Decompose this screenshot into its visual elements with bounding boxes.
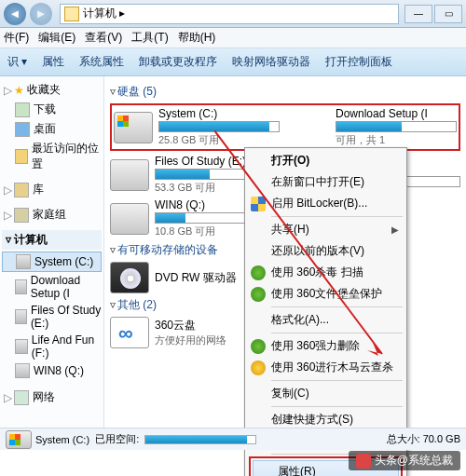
drive-icon — [15, 309, 27, 324]
ctx-bitlocker[interactable]: 启用 BitLocker(B)... — [247, 193, 404, 214]
status-drive-label: System (C:) — [35, 434, 89, 445]
menu-view[interactable]: 查看(V) — [85, 30, 122, 46]
sidebar-network[interactable]: ▷网络 — [2, 388, 102, 407]
status-drive-icon — [6, 430, 32, 449]
menu-bar: 件(F) 编辑(E) 查看(V) 工具(T) 帮助(H) — [0, 28, 466, 48]
sidebar-drive-life[interactable]: Life And Fun (F:) — [2, 332, 102, 361]
sidebar-item-recent[interactable]: 最近访问的位置 — [2, 139, 102, 174]
drive-icon — [15, 339, 28, 354]
nav-sidebar: ▷★收藏夹 下载 桌面 最近访问的位置 ▷库 ▷家庭组 ▿ 计算机 System… — [0, 76, 104, 449]
360-green-icon — [251, 287, 266, 302]
ctx-separator — [271, 380, 403, 381]
breadcrumb-text: 计算机 ▸ — [83, 6, 125, 21]
toolbar-uninstall[interactable]: 卸载或更改程序 — [139, 54, 217, 70]
drive-download-capacity-bar — [336, 121, 457, 132]
toolbar-properties[interactable]: 属性 — [42, 54, 64, 70]
sidebar-favorites[interactable]: ▷★收藏夹 — [2, 80, 102, 100]
ctx-open-new-window[interactable]: 在新窗口中打开(E) — [247, 171, 404, 193]
watermark: 头条@系统总裁 — [349, 451, 460, 470]
ctx-360-vault[interactable]: 使用 360文件堡垒保护 — [247, 283, 404, 305]
drive-download-subtext: 可用，共 1 — [336, 133, 385, 147]
360-green-icon — [251, 339, 266, 354]
ctx-separator — [271, 306, 403, 307]
drive-e-icon — [110, 159, 149, 191]
drive-download-label: Download Setup (I — [336, 107, 428, 120]
address-breadcrumb[interactable]: 计算机 ▸ — [60, 4, 399, 24]
drive-c-subtext: 25.8 GB 可用 — [158, 133, 280, 147]
ctx-restore-versions[interactable]: 还原以前的版本(V) — [247, 240, 404, 262]
status-used-label: 已用空间: — [95, 432, 139, 446]
network-icon — [14, 390, 29, 405]
status-bar: System (C:) 已用空间: 总大小: 70.0 GB — [0, 428, 466, 450]
drive-c-label: System (C:) — [158, 107, 280, 120]
ctx-360-trojan[interactable]: 使用 360进行木马云查杀 — [247, 357, 404, 378]
menu-help[interactable]: 帮助(H) — [178, 30, 216, 46]
computer-icon — [64, 7, 79, 21]
ctx-open[interactable]: 打开(O) — [247, 150, 404, 171]
drive-q-icon — [110, 203, 149, 235]
sidebar-homegroup[interactable]: ▷家庭组 — [2, 205, 102, 224]
drive-c-icon — [114, 112, 153, 143]
section-hdd[interactable]: ▿硬盘 (5) — [110, 84, 460, 100]
ctx-separator — [271, 216, 403, 217]
ctx-360-forcedelete[interactable]: 使用 360强力删除 — [247, 335, 404, 357]
desktop-icon — [15, 122, 30, 137]
ctx-share[interactable]: 共享(H)▶ — [247, 219, 404, 240]
toolbar-control-panel[interactable]: 打开控制面板 — [325, 54, 392, 70]
toolbar-organize[interactable]: 识 ▾ — [7, 54, 27, 70]
shield-icon — [251, 197, 266, 211]
sidebar-libraries[interactable]: ▷库 — [2, 180, 102, 199]
drive-c-row[interactable]: System (C:) 25.8 GB 可用 Download Setup (I… — [110, 103, 460, 151]
cloud-icon — [110, 317, 149, 348]
nav-forward-button[interactable]: ► — [30, 3, 52, 25]
recent-icon — [15, 149, 28, 164]
sidebar-drive-c[interactable]: System (C:) — [2, 252, 102, 272]
menu-tools[interactable]: 工具(T) — [131, 30, 168, 46]
ctx-separator — [271, 333, 403, 333]
drive-icon — [15, 279, 27, 294]
menu-file[interactable]: 件(F) — [4, 30, 29, 46]
sidebar-drive-win8[interactable]: WIN8 (Q:) — [2, 361, 102, 380]
sidebar-item-desktop[interactable]: 桌面 — [2, 119, 102, 139]
minimize-button[interactable]: — — [404, 5, 432, 23]
maximize-button[interactable]: ▭ — [434, 5, 462, 23]
ctx-copy[interactable]: 复制(C) — [247, 383, 404, 404]
toolbar-map-netdrive[interactable]: 映射网络驱动器 — [232, 54, 310, 70]
download-icon — [15, 102, 30, 117]
360-yellow-icon — [251, 360, 266, 375]
homegroup-icon — [14, 208, 29, 223]
drive-icon — [16, 254, 31, 269]
status-capacity-bar — [144, 435, 256, 444]
sidebar-computer-header[interactable]: ▿ 计算机 — [2, 230, 102, 250]
nav-back-button[interactable]: ◄ — [4, 3, 26, 25]
360-green-icon — [251, 265, 266, 280]
explorer-toolbar: 识 ▾ 属性 系统属性 卸载或更改程序 映射网络驱动器 打开控制面板 — [0, 48, 466, 76]
ctx-360-scan[interactable]: 使用 360杀毒 扫描 — [247, 262, 404, 283]
toolbar-system-properties[interactable]: 系统属性 — [79, 54, 124, 70]
sidebar-drive-download[interactable]: Download Setup (I — [2, 272, 102, 302]
drive-c-capacity-bar — [158, 121, 280, 132]
dvd-icon — [110, 262, 149, 293]
ctx-format[interactable]: 格式化(A)... — [247, 309, 404, 331]
library-icon — [14, 183, 29, 197]
window-titlebar: ◄ ► 计算机 ▸ — ▭ — [0, 0, 466, 28]
menu-edit[interactable]: 编辑(E) — [38, 30, 75, 46]
status-total: 总大小: 70.0 GB — [387, 432, 460, 446]
sidebar-item-downloads[interactable]: 下载 — [2, 100, 102, 119]
ctx-separator — [271, 406, 403, 407]
sidebar-drive-files[interactable]: Files Of Study (E:) — [2, 302, 102, 332]
drive-icon — [15, 363, 30, 378]
